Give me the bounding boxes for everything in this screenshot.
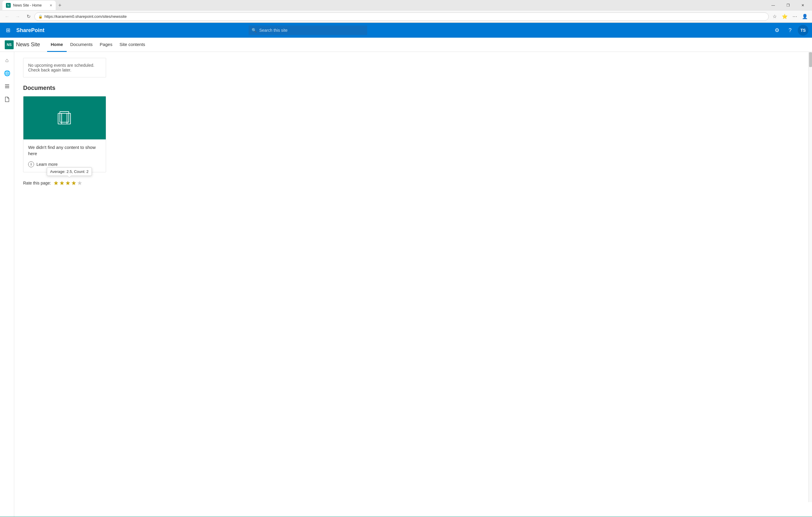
sidebar-home-icon[interactable]: ⌂ [1, 54, 13, 66]
star-5[interactable]: ★ [77, 180, 82, 187]
scrollbar-thumb[interactable] [809, 52, 812, 67]
info-icon: i [28, 161, 34, 167]
svg-rect-2 [5, 87, 9, 88]
documents-card: We didn't find any content to show here … [23, 96, 106, 172]
search-container: 🔍 [249, 26, 367, 35]
nav-item-documents[interactable]: Documents [67, 38, 96, 52]
sidebar-globe-icon[interactable]: 🌐 [1, 67, 13, 79]
address-bar[interactable]: 🔒 https://karamem0.sharepoint.com/sites/… [34, 12, 769, 21]
browser-title-bar: N News Site - Home × + — ❐ ✕ [0, 0, 812, 11]
documents-icon [56, 109, 74, 127]
user-avatar[interactable]: TS [798, 25, 808, 35]
nav-item-site-contents[interactable]: Site contents [116, 38, 149, 52]
nav-item-home[interactable]: Home [47, 38, 67, 52]
site-logo: NS News Site [2, 40, 42, 49]
rating-stars: ★ ★ ★ ★ ★ [53, 180, 82, 187]
browser-menu-icon[interactable]: ⋯ [790, 12, 800, 21]
browser-chrome: N News Site - Home × + — ❐ ✕ ← → ↻ 🔒 htt… [0, 0, 812, 23]
search-input[interactable] [249, 26, 367, 35]
sharepoint-header-right: ⚙ ? TS [772, 25, 808, 35]
main-content[interactable]: No upcoming events are scheduled. Check … [14, 52, 812, 517]
browser-tab[interactable]: N News Site - Home × [2, 1, 56, 10]
sharepoint-logo: SharePoint [16, 27, 45, 33]
forward-button[interactable]: → [13, 12, 23, 21]
left-sidebar: ⌂ 🌐 [0, 52, 14, 517]
main-layout: ⌂ 🌐 No upcoming events are scheduled. Ch… [0, 52, 812, 517]
new-tab-button[interactable]: + [56, 1, 64, 9]
documents-section: Documents We didn't find any content to … [23, 84, 803, 172]
svg-rect-0 [5, 84, 9, 85]
site-logo-badge: NS [5, 40, 13, 49]
rating-row: Rate this page: ★ ★ ★ ★ ★ [23, 180, 82, 187]
tab-title: News Site - Home [13, 3, 48, 7]
tab-favicon: N [7, 4, 9, 7]
star-1[interactable]: ★ [53, 180, 59, 187]
browser-nav-bar: ← → ↻ 🔒 https://karamem0.sharepoint.com/… [0, 11, 812, 23]
events-message: No upcoming events are scheduled. Check … [28, 63, 101, 72]
rating-tooltip: Average: 2.5, Count: 2 [47, 167, 92, 176]
collections-icon[interactable]: ⭐ [780, 12, 789, 21]
rating-label: Rate this page: [23, 181, 51, 185]
star-3[interactable]: ★ [65, 180, 70, 187]
settings-icon[interactable]: ⚙ [772, 25, 782, 35]
search-wrapper: 🔍 [249, 26, 367, 35]
lock-icon: 🔒 [38, 15, 43, 19]
nav-item-pages[interactable]: Pages [96, 38, 116, 52]
window-close-button[interactable]: ✕ [796, 1, 810, 10]
help-icon[interactable]: ? [785, 25, 795, 35]
rating-section: Average: 2.5, Count: 2 Rate this page: ★… [23, 180, 803, 187]
url-text: https://karamem0.sharepoint.com/sites/ne… [45, 14, 126, 19]
window-maximize-button[interactable]: ❐ [781, 1, 795, 10]
sharepoint-header: ⊞ SharePoint 🔍 ⚙ ? TS [0, 23, 812, 38]
star-2[interactable]: ★ [59, 180, 65, 187]
svg-rect-1 [5, 86, 9, 87]
favorites-icon[interactable]: ☆ [770, 12, 779, 21]
waffle-icon[interactable]: ⊞ [4, 25, 13, 36]
site-navigation: NS News Site Home Documents Pages Site c… [0, 38, 812, 52]
tab-close-button[interactable]: × [50, 3, 52, 8]
sidebar-document-icon[interactable] [1, 93, 13, 105]
window-minimize-button[interactable]: — [766, 1, 780, 10]
browser-scrollbar[interactable] [808, 52, 812, 502]
site-name: News Site [16, 42, 40, 48]
events-card: No upcoming events are scheduled. Check … [23, 58, 106, 77]
window-controls: — ❐ ✕ [766, 1, 810, 10]
learn-more-text: Learn more [36, 162, 58, 167]
profile-icon[interactable]: 👤 [800, 12, 810, 21]
browser-nav-right-icons: ☆ ⭐ ⋯ 👤 [770, 12, 810, 21]
refresh-button[interactable]: ↻ [24, 12, 33, 21]
doc-card-thumbnail [23, 97, 106, 139]
sidebar-list-icon[interactable] [1, 80, 13, 92]
star-4[interactable]: ★ [71, 180, 77, 187]
back-button[interactable]: ← [2, 12, 12, 21]
doc-card-no-content: We didn't find any content to show here [28, 144, 101, 157]
search-icon: 🔍 [252, 28, 257, 33]
learn-more-link[interactable]: i Learn more [28, 161, 101, 167]
documents-section-title: Documents [23, 84, 803, 91]
tab-favicon-bg: N [6, 3, 11, 8]
